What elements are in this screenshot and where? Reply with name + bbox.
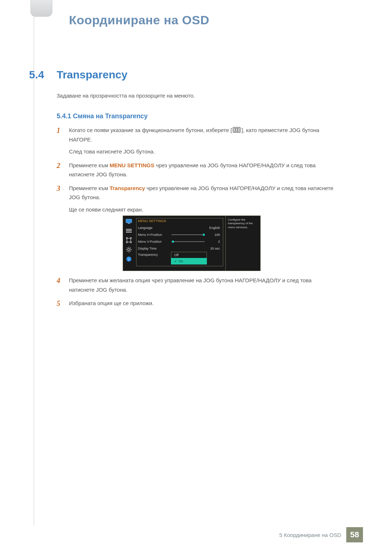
chapter-tab-icon	[30, 0, 52, 17]
svg-point-10	[128, 249, 130, 251]
step-1: 1 Когато се появи указание за функционал…	[57, 126, 336, 156]
step-number: 5	[57, 299, 69, 308]
step-bold: Transparency	[110, 185, 145, 191]
svg-text:i: i	[128, 257, 129, 261]
osd-slider	[171, 234, 205, 236]
svg-rect-7	[126, 230, 132, 231]
osd-value: 2	[205, 240, 221, 243]
step-text-pre: Когато се появи указание за функционални…	[69, 127, 232, 133]
step-bold: MENU SETTINGS	[110, 162, 154, 168]
list-icon	[125, 227, 132, 234]
osd-main: MENU SETTINGS Language English Menu H-Po…	[135, 216, 225, 271]
monitor-icon	[125, 218, 132, 225]
osd-option-off: Off	[171, 252, 207, 258]
svg-rect-9	[127, 238, 131, 242]
osd-value: 100	[205, 233, 221, 237]
subsection-title: 5.4.1 Смяна на Transparency	[57, 112, 148, 120]
osd-value: 20 sec	[205, 247, 221, 250]
osd-title: MENU SETTINGS	[138, 219, 221, 223]
osd-row-language: Language English	[138, 224, 221, 231]
steps-list-top: 1 Когато се появи указание за функционал…	[57, 126, 336, 214]
svg-line-18	[130, 248, 131, 249]
step-number: 3	[57, 184, 69, 214]
menu-grid-icon	[233, 127, 241, 133]
step-2: 2 Преминете към MENU SETTINGS чрез управ…	[57, 161, 336, 179]
step-text-pre: Преминете към	[69, 185, 110, 191]
gear-icon	[125, 246, 132, 253]
osd-label: Menu H-Position	[138, 233, 171, 237]
osd-help-panel: Configure the transparency of the menu w…	[225, 216, 260, 271]
step-body: Преминете към MENU SETTINGS чрез управле…	[69, 161, 336, 179]
osd-label: Transparency	[138, 252, 171, 257]
page-number-badge: 58	[346, 527, 363, 542]
step-number: 2	[57, 161, 69, 179]
osd-help-text: Configure the transparency of the menu w…	[228, 218, 253, 229]
osd-label: Menu V-Position	[138, 240, 171, 243]
svg-line-17	[127, 251, 128, 252]
osd-row-hpos: Menu H-Position 100	[138, 231, 221, 238]
osd-row-vpos: Menu V-Position 2	[138, 238, 221, 245]
section-title: Transparency	[57, 69, 127, 81]
svg-rect-2	[236, 128, 237, 131]
step-subtext: Ще се появи следният екран.	[69, 205, 336, 214]
svg-rect-8	[126, 232, 132, 233]
page-footer: 5 Координиране на OSD 58	[279, 527, 363, 542]
osd-row-display-time: Display Time 20 sec	[138, 245, 221, 252]
osd-option-on: ✓On	[171, 258, 207, 264]
step-text: Избраната опция ще се приложи.	[69, 300, 154, 306]
svg-rect-5	[128, 223, 130, 224]
svg-rect-3	[238, 128, 239, 131]
osd-panel: i MENU SETTINGS Language English Menu H-…	[123, 216, 261, 271]
chapter-title: Координиране на OSD	[69, 13, 209, 27]
step-text: Преминете към желаната опция чрез управл…	[69, 277, 311, 293]
step-body: Преминете към желаната опция чрез управл…	[69, 276, 336, 294]
resize-icon	[125, 237, 132, 243]
step-5: 5 Избраната опция ще се приложи.	[57, 299, 336, 308]
osd-slider	[171, 241, 205, 243]
section-number: 5.4	[29, 69, 44, 81]
osd-value: English	[205, 226, 221, 230]
svg-line-15	[127, 248, 128, 249]
footer-chapter-ref: 5 Координиране на OSD	[279, 532, 341, 538]
intro-text: Задаване на прозрачността на прозорците …	[57, 93, 195, 99]
step-subtext: След това натиснете JOG бутона.	[69, 147, 336, 156]
step-number: 4	[57, 276, 69, 294]
svg-rect-1	[234, 128, 236, 131]
info-icon: i	[125, 256, 132, 262]
svg-rect-4	[126, 219, 132, 223]
step-body: Избраната опция ще се приложи.	[69, 299, 336, 308]
step-body: Когато се появи указание за функционални…	[69, 126, 336, 156]
svg-line-16	[130, 251, 131, 252]
osd-sidebar: i	[123, 216, 135, 271]
steps-list-bottom: 4 Преминете към желаната опция чрез упра…	[57, 276, 336, 308]
osd-row-transparency: Transparency Off ✓On	[138, 252, 221, 264]
step-body: Преминете към Transparency чрез управлен…	[69, 184, 336, 214]
step-4: 4 Преминете към желаната опция чрез упра…	[57, 276, 336, 294]
osd-label: Language	[138, 226, 171, 230]
check-icon: ✓	[174, 259, 178, 263]
osd-screenshot: i MENU SETTINGS Language English Menu H-…	[123, 216, 261, 271]
page: Координиране на OSD 5.4 Transparency Зад…	[0, 0, 392, 554]
step-3: 3 Преминете към Transparency чрез управл…	[57, 184, 336, 214]
step-number: 1	[57, 126, 69, 156]
osd-label: Display Time	[138, 247, 171, 250]
svg-rect-6	[126, 229, 132, 230]
step-text-pre: Преминете към	[69, 162, 110, 168]
